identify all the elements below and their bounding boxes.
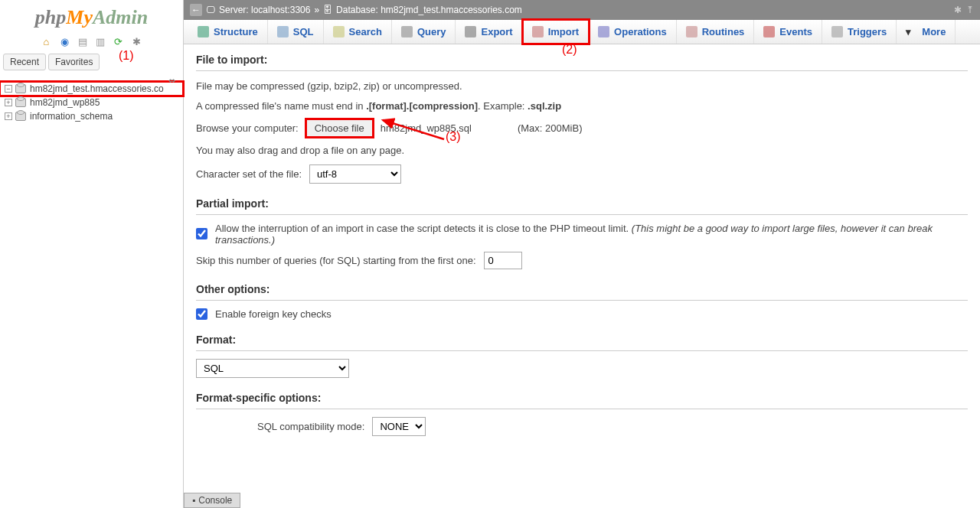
browse-label: Browse your computer: xyxy=(196,122,299,134)
annotation-3: (3) xyxy=(446,130,461,144)
db-label: information_schema xyxy=(30,111,113,122)
tab-structure[interactable]: Structure xyxy=(188,20,268,44)
settings-gear-icon[interactable]: ✱ xyxy=(954,5,962,15)
annotation-2: (2) xyxy=(562,43,577,57)
collapse-top-icon[interactable]: ⤒ xyxy=(966,5,974,15)
compat-mode-label: SQL compatibility mode: xyxy=(257,421,364,432)
search-icon xyxy=(333,26,345,37)
query-icon xyxy=(401,26,413,37)
tab-more[interactable]: ▾More xyxy=(897,20,956,44)
tab-label: Events xyxy=(779,26,812,37)
console-icon: ▪ xyxy=(192,495,195,506)
console-tab[interactable]: ▪ Console xyxy=(184,493,240,508)
section-other-options: Other options: xyxy=(196,283,968,301)
drag-drop-note: You may also drag and drop a file on any… xyxy=(196,143,968,158)
allow-interrupt-checkbox[interactable] xyxy=(196,228,207,239)
database-icon xyxy=(15,84,26,93)
reload-icon[interactable]: ⟳ xyxy=(113,36,125,48)
compress-note: File may be compressed (gzip, bzip2, zip… xyxy=(196,79,968,94)
expand-icon[interactable]: + xyxy=(5,99,12,106)
events-icon xyxy=(763,26,775,37)
collapse-icon[interactable]: − xyxy=(5,85,12,93)
charset-select[interactable]: utf-8 xyxy=(309,164,401,184)
tab-sql[interactable]: SQL xyxy=(268,20,324,44)
recent-tab[interactable]: Recent xyxy=(3,54,46,70)
expand-icon[interactable]: + xyxy=(5,112,12,120)
choose-file-button[interactable]: Choose file xyxy=(306,119,373,137)
tab-search[interactable]: Search xyxy=(324,20,392,44)
logout-icon[interactable]: ◉ xyxy=(58,36,70,48)
skip-queries-input[interactable] xyxy=(484,252,522,269)
docs-icon[interactable]: ▤ xyxy=(77,36,89,48)
tab-label: More xyxy=(922,26,946,37)
home-icon[interactable]: ⌂ xyxy=(40,36,52,48)
tab-label: Operations xyxy=(614,26,667,37)
tab-label: Search xyxy=(349,26,382,37)
annotation-1: (1) xyxy=(119,49,134,63)
tab-export[interactable]: Export xyxy=(456,20,522,44)
tab-import[interactable]: Import xyxy=(523,20,589,44)
section-format-specific: Format-specific options: xyxy=(196,392,968,409)
tab-label: Query xyxy=(417,26,446,37)
sql-icon xyxy=(277,26,289,37)
nav-back-icon[interactable]: ← xyxy=(190,4,202,16)
skip-queries-label: Skip this number of queries (for SQL) st… xyxy=(196,255,476,266)
section-file-to-import: File to import: xyxy=(196,54,968,71)
settings-icon[interactable]: ▥ xyxy=(94,36,106,48)
import-icon xyxy=(532,26,544,37)
favorites-tab[interactable]: Favorites xyxy=(48,54,100,70)
phpmyadmin-logo[interactable]: phpMyAdmin xyxy=(0,0,183,32)
tab-events[interactable]: Events xyxy=(754,20,822,44)
main-tabs: StructureSQLSearchQueryExportImportOpera… xyxy=(184,20,980,44)
charset-label: Character set of the file: xyxy=(196,168,302,180)
tab-label: Structure xyxy=(214,26,258,37)
tab-label: Import xyxy=(548,26,579,37)
db-item-wp885[interactable]: + hm82jmd_wp885 xyxy=(0,96,183,109)
db-item-test-hmaccessories[interactable]: − hm82jmd_test.hmaccessories.co xyxy=(0,82,183,96)
format-select[interactable]: SQL xyxy=(196,359,349,378)
more-icon: ▾ xyxy=(906,26,917,37)
db-label: hm82jmd_test.hmaccessories.co xyxy=(30,83,164,94)
tab-label: Export xyxy=(481,26,512,37)
tab-triggers[interactable]: Triggers xyxy=(822,20,897,44)
db-label: hm82jmd_wp885 xyxy=(30,97,100,108)
operations-icon xyxy=(598,26,609,37)
database-icon xyxy=(15,112,26,121)
breadcrumb-database[interactable]: Database: hm82jmd_test.hmaccessories.com xyxy=(336,5,522,15)
tab-label: Routines xyxy=(702,26,745,37)
structure-icon xyxy=(198,26,209,37)
gear-icon[interactable]: ✱ xyxy=(131,36,143,48)
database-icon: 🗄 xyxy=(323,5,332,15)
tab-operations[interactable]: Operations xyxy=(589,20,677,44)
database-icon xyxy=(15,98,26,107)
section-partial-import: Partial import: xyxy=(196,197,968,215)
breadcrumb-server[interactable]: Server: localhost:3306 xyxy=(219,5,310,15)
server-icon: 🖵 xyxy=(206,5,215,15)
breadcrumb-bar: ← 🖵 Server: localhost:3306 » 🗄 Database:… xyxy=(184,0,980,20)
foreign-keys-label: Enable foreign key checks xyxy=(215,308,332,320)
triggers-icon xyxy=(831,26,843,37)
tab-label: Triggers xyxy=(848,26,887,37)
routines-icon xyxy=(686,26,697,37)
tab-routines[interactable]: Routines xyxy=(677,20,755,44)
interrupt-label: Allow the interruption of an import in c… xyxy=(215,223,968,246)
foreign-keys-checkbox[interactable] xyxy=(196,308,207,320)
tab-label: SQL xyxy=(293,26,314,37)
db-item-information-schema[interactable]: + information_schema xyxy=(0,109,183,123)
export-icon xyxy=(465,26,476,37)
compat-mode-select[interactable]: NONE xyxy=(372,417,426,436)
tab-query[interactable]: Query xyxy=(392,20,456,44)
max-size-label: (Max: 200MiB) xyxy=(518,122,583,134)
section-format: Format: xyxy=(196,334,968,351)
compress-note-2: A compressed file's name must end in .[f… xyxy=(196,99,968,114)
